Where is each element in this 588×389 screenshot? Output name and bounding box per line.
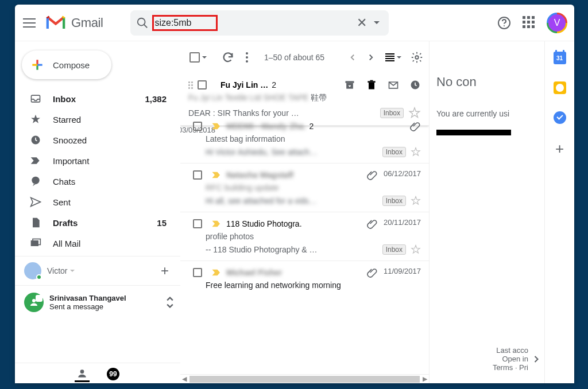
snippet: Hi all, see attached for a vids… bbox=[206, 196, 379, 205]
message-row[interactable]: 118 Studio Photogra. 20/11/2017 profile … bbox=[180, 212, 429, 261]
svg-rect-18 bbox=[369, 83, 374, 90]
clear-search-icon[interactable]: ✕ bbox=[357, 15, 367, 30]
avatar-letter: V bbox=[548, 14, 566, 32]
sidebar-item-chats[interactable]: Chats bbox=[15, 171, 180, 192]
sent-icon bbox=[30, 196, 41, 208]
menu-icon[interactable] bbox=[23, 18, 36, 28]
density-icon[interactable] bbox=[385, 53, 394, 61]
sidebar-item-inbox[interactable]: Inbox 1,382 bbox=[15, 88, 180, 109]
inbox-icon bbox=[30, 93, 41, 104]
svg-line-1 bbox=[144, 24, 148, 28]
clock-icon bbox=[30, 134, 41, 146]
more-icon[interactable] bbox=[246, 52, 248, 63]
chat-icon bbox=[30, 176, 41, 187]
search-input[interactable] bbox=[154, 18, 357, 28]
sender-name: 118 Studio Photogra. bbox=[226, 219, 302, 228]
label-badge[interactable]: Inbox bbox=[380, 108, 404, 118]
apps-icon[interactable] bbox=[523, 16, 536, 30]
calendar-icon[interactable]: 31 bbox=[554, 52, 566, 64]
subject: profile photos bbox=[206, 232, 421, 241]
sidebar-item-important[interactable]: Important bbox=[15, 150, 180, 171]
message-checkbox[interactable] bbox=[193, 122, 202, 131]
delete-icon[interactable] bbox=[366, 79, 377, 91]
sender-name: Fu Jyi Lin … bbox=[220, 80, 268, 90]
subject: RFC building update bbox=[206, 183, 421, 192]
message-checkbox[interactable] bbox=[193, 268, 202, 277]
compose-button[interactable]: Compose bbox=[22, 50, 111, 79]
important-icon[interactable] bbox=[211, 220, 222, 228]
search-icon[interactable] bbox=[136, 17, 149, 29]
contacts-tab[interactable] bbox=[75, 366, 90, 382]
message-checkbox[interactable] bbox=[193, 170, 202, 180]
scrollbar-thumb[interactable] bbox=[189, 376, 420, 383]
account-avatar[interactable]: V bbox=[547, 13, 567, 33]
divider bbox=[15, 285, 180, 286]
next-page-icon[interactable] bbox=[366, 52, 376, 63]
density-caret[interactable] bbox=[397, 56, 401, 59]
expand-chevron-icon[interactable] bbox=[531, 353, 542, 365]
add-addon-icon[interactable]: + bbox=[555, 141, 564, 156]
tasks-icon[interactable] bbox=[554, 111, 566, 124]
keep-icon[interactable] bbox=[554, 81, 566, 94]
svg-point-0 bbox=[138, 18, 145, 25]
svg-rect-20 bbox=[370, 80, 373, 81]
message-row[interactable]: Michael Fisher 11/09/2017 Free learning … bbox=[180, 261, 429, 295]
settings-icon[interactable] bbox=[411, 51, 423, 64]
thread-count: 2 bbox=[309, 122, 314, 131]
star-icon[interactable] bbox=[411, 147, 421, 157]
chat-expand-icon[interactable] bbox=[167, 295, 173, 309]
gmail-m-icon bbox=[46, 15, 65, 30]
snooze-icon[interactable] bbox=[409, 79, 421, 91]
footer-line[interactable]: Open in bbox=[502, 355, 528, 363]
new-chat-icon[interactable]: + bbox=[161, 263, 169, 279]
hangouts-user-row[interactable]: Victor + bbox=[15, 259, 180, 283]
sidebar-item-allmail[interactable]: All Mail bbox=[15, 233, 180, 254]
star-icon[interactable] bbox=[408, 107, 421, 119]
plus-icon bbox=[30, 57, 45, 72]
help-icon[interactable] bbox=[497, 16, 511, 30]
message-row[interactable]: Fu Jyi Lin … 2 Fu Jyi Lin Textile Ltd SH… bbox=[180, 73, 429, 126]
thread-count: 2 bbox=[272, 80, 276, 90]
message-date: 11/09/2017 bbox=[384, 267, 421, 278]
message-row[interactable]: Natasha Wagstaff 06/12/2017 RFC building… bbox=[180, 164, 429, 212]
star-icon[interactable] bbox=[411, 244, 421, 255]
svg-rect-11 bbox=[31, 240, 38, 246]
attachment-icon bbox=[366, 267, 378, 278]
sidebar-item-snoozed[interactable]: Snoozed bbox=[15, 130, 180, 150]
search-bar[interactable]: ✕ bbox=[130, 10, 389, 36]
important-icon[interactable] bbox=[211, 171, 222, 179]
label-badge[interactable]: Inbox bbox=[382, 244, 406, 255]
chat-message: Sent a message bbox=[49, 302, 126, 311]
label-badge[interactable]: Inbox bbox=[382, 147, 406, 157]
star-icon bbox=[30, 114, 41, 125]
message-row[interactable]: MDDMI—Mandy Zha. 2 Latest bag informatio… bbox=[180, 120, 429, 164]
scroll-left-icon[interactable]: ◀ bbox=[180, 375, 188, 383]
message-checkbox[interactable] bbox=[193, 219, 202, 228]
scroll-right-icon[interactable]: ▶ bbox=[421, 375, 429, 383]
subject: Latest bag information bbox=[206, 134, 421, 143]
message-checkbox[interactable] bbox=[198, 80, 207, 90]
hangouts-icon: 99 bbox=[107, 368, 119, 380]
chat-row[interactable]: Srinivasan Thangavel Sent a message bbox=[15, 288, 180, 317]
horizontal-scrollbar[interactable]: ◀ ▶ bbox=[180, 374, 429, 383]
preview-subtitle: You are currently usi bbox=[436, 109, 544, 118]
drag-handle-icon[interactable] bbox=[188, 81, 193, 89]
label-badge[interactable]: Inbox bbox=[382, 196, 406, 206]
mark-unread-icon[interactable] bbox=[388, 79, 399, 91]
gmail-logo[interactable]: Gmail bbox=[46, 15, 103, 30]
select-all-checkbox[interactable] bbox=[189, 52, 200, 63]
sidebar-item-sent[interactable]: Sent bbox=[15, 192, 180, 212]
star-icon[interactable] bbox=[411, 196, 421, 206]
sidebar-item-starred[interactable]: Starred bbox=[15, 109, 180, 130]
hangouts-tab[interactable]: 99 bbox=[106, 366, 121, 382]
messages-list[interactable]: Fu Jyi Lin … 2 Fu Jyi Lin Textile Ltd SH… bbox=[180, 73, 429, 374]
important-icon[interactable] bbox=[211, 122, 222, 130]
sidebar-item-drafts[interactable]: Drafts 15 bbox=[15, 212, 180, 233]
archive-icon[interactable] bbox=[344, 79, 355, 91]
footer-line[interactable]: Terms · Pri bbox=[493, 363, 528, 372]
search-options-caret[interactable] bbox=[374, 21, 380, 24]
select-caret[interactable] bbox=[202, 56, 207, 59]
pagination-range: 1–50 of about 65 bbox=[264, 53, 324, 62]
refresh-icon[interactable] bbox=[222, 51, 234, 64]
important-icon[interactable] bbox=[211, 269, 222, 277]
